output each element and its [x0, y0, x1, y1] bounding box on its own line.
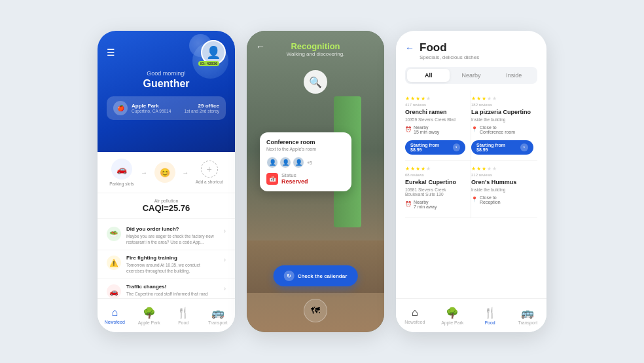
clock-icon-2: ⏰ [405, 201, 412, 207]
price-btn-0[interactable]: Starting from $8.99 › [405, 140, 465, 155]
nav-transport-label-food: Transport [518, 320, 537, 325]
reviews-0: 417 reviews [405, 103, 465, 107]
emoji-shortcut[interactable]: 😊 [154, 162, 175, 183]
nav-food-icon-food: 🍴 [484, 307, 497, 319]
calendar-icon: 📅 [266, 173, 278, 185]
star: ★ [471, 96, 476, 102]
menu-icon[interactable]: ☰ [107, 47, 115, 58]
ar-header: ← Recognition Walking and discovering. [247, 31, 384, 64]
pin-icon-1: 📍 [471, 126, 478, 132]
restaurant-card-1[interactable]: ★ ★ ★ ★ ★ 182 reviews La pizzeria Cupert… [471, 90, 537, 161]
room-status: 📅 Status Reserved [266, 172, 345, 185]
restaurant-addr-2: 10981 Stevens CreekBoulevard Suite 130 [405, 187, 465, 197]
screen-recognition: ← Recognition Walking and discovering. 🔍… [247, 31, 384, 332]
tab-nearby[interactable]: Nearby [450, 69, 492, 82]
office-number: 29 office [185, 103, 219, 109]
reviews-3: 212 reviews [471, 173, 533, 177]
feed-arrow-1: › [224, 256, 226, 263]
stars-2: ★ ★ ★ ★ ★ [405, 166, 465, 172]
nav-newsfeed-label-food: Newsfeed [404, 320, 425, 324]
nav-food-apple-park[interactable]: 🌳 Apple Park [434, 307, 472, 325]
user-name: Guenther [107, 78, 226, 90]
nav-newsfeed[interactable]: ⌂ Newsfeed [98, 307, 132, 324]
location-address: Cupertino, CA 95014 [132, 109, 181, 113]
feed-item-lunch[interactable]: 🥗 Did you order lunch? Maybe you are eag… [98, 221, 235, 250]
avatar-2: 👤 [279, 157, 291, 168]
star: ★ [476, 166, 481, 172]
ar-title: Recognition [256, 41, 375, 51]
back-button[interactable]: ← [256, 41, 265, 52]
meta-text-3: Close toReception [480, 195, 501, 204]
reviews-2: 68 reviews [405, 173, 465, 177]
ar-subtitle: Walking and discovering. [256, 51, 375, 57]
search-button[interactable]: 🔍 [304, 70, 327, 94]
add-shortcut[interactable]: + Add a shortcut [196, 161, 223, 184]
nav-transport-label: Transport [208, 320, 228, 325]
star: ★ [482, 166, 486, 172]
nav-food-transport[interactable]: 🚌 Transport [509, 307, 547, 325]
restaurant-card-3[interactable]: ★ ★ ★ ★ ★ 212 reviews Oren's Hummus Insi… [471, 161, 537, 218]
check-calendar-label: Check the callendar [298, 273, 348, 279]
restaurant-grid: ★ ★ ★ ★ ★ 417 reviews Orenchi ramen 1035… [396, 90, 546, 218]
stars-3: ★ ★ ★ ★ ★ [471, 166, 533, 172]
price-arrow-0: › [453, 143, 460, 151]
status-value: Reserved [281, 178, 308, 185]
nav-newsfeed-icon-food: ⌂ [412, 307, 418, 318]
nav-food-label: Food [178, 320, 188, 325]
avatar-area[interactable]: 👤 ID: 42936 [201, 40, 226, 65]
star: ★ [410, 96, 415, 102]
screen-newsfeed: ☰ 👤 ID: 42936 Good morning! Guenther 🍎 A… [98, 31, 235, 332]
location-card[interactable]: 🍎 Apple Park Cupertino, CA 95014 29 offi… [107, 96, 226, 120]
feed-title-2: Traffic changes! [126, 284, 219, 290]
nav-apple-park[interactable]: 🌳 Apple Park [132, 307, 167, 325]
star: ★ [421, 166, 425, 172]
map-icon: 🗺 [311, 305, 320, 316]
parking-shortcut[interactable]: 🚗 Parking slots [109, 159, 134, 186]
location-name: Apple Park [132, 103, 181, 109]
nav-transport[interactable]: 🚌 Transport [201, 307, 236, 325]
meta-text-2: Nearby7 min away [414, 200, 437, 209]
nav-transport-icon-food: 🚌 [521, 307, 534, 319]
price-btn-1[interactable]: Starting from $8.99 › [471, 140, 533, 155]
back-button-food[interactable]: ← [405, 43, 414, 53]
restaurant-card-2[interactable]: ★ ★ ★ ★ ★ 68 reviews Eureka! Cupertino 1… [405, 161, 471, 218]
nav-food-food[interactable]: 🍴 Food [471, 307, 509, 325]
screen-food: ← Food Specials, delicious dishes All Ne… [396, 31, 546, 332]
bottom-navigation: ⌂ Newsfeed 🌳 Apple Park 🍴 Food 🚌 Transpo… [98, 298, 235, 332]
clock-icon-0: ⏰ [405, 126, 412, 132]
add-shortcut-button[interactable]: + [201, 161, 218, 178]
nav-food[interactable]: 🍴 Food [166, 307, 201, 325]
food-subtitle: Specials, delicious dishes [420, 54, 537, 60]
restaurant-meta-1: 📍 Close toConference room [471, 125, 533, 134]
shortcut-arrow-2: → [182, 169, 188, 176]
star: ★ [416, 166, 420, 172]
add-shortcut-label: Add a shortcut [196, 180, 223, 184]
nav-apple-park-label: Apple Park [138, 320, 160, 325]
air-value: CAQI=25.76 [107, 203, 226, 213]
check-calendar-button[interactable]: ↻ Check the callendar [274, 265, 358, 286]
star: ★ [476, 96, 481, 102]
feed-title-1: Fire fighting training [126, 255, 219, 261]
stars-0: ★ ★ ★ ★ ★ [405, 96, 465, 102]
restaurant-meta-0: ⏰ Nearby15 min away [405, 125, 465, 134]
shortcuts-row: 🚗 Parking slots → 😊 → + Add a shortcut [98, 152, 235, 193]
conference-room-card[interactable]: Conference room Next to the Apple's room… [260, 132, 351, 191]
food-header: ← Food Specials, delicious dishes [396, 31, 546, 67]
nav-food-newsfeed[interactable]: ⌂ Newsfeed [396, 307, 434, 324]
star: ★ [471, 166, 476, 172]
star: ★ [426, 96, 431, 102]
conference-avatars: 👤 👤 👤 +5 [266, 157, 345, 168]
tab-all[interactable]: All [407, 69, 450, 82]
nav-apple-park-icon: 🌳 [143, 307, 156, 319]
status-label: Status [281, 172, 308, 178]
map-button[interactable]: 🗺 [304, 299, 327, 322]
nav-transport-icon: 🚌 [211, 307, 224, 319]
feed-item-fire[interactable]: ⚠️ Fire fighting training Tomorrow aroun… [98, 250, 235, 279]
star: ★ [405, 166, 410, 172]
avatar-count: +5 [307, 161, 312, 165]
restaurant-card-0[interactable]: ★ ★ ★ ★ ★ 417 reviews Orenchi ramen 1035… [405, 90, 471, 161]
price-label-0: Starting from $8.99 [410, 143, 450, 152]
tab-inside[interactable]: Inside [493, 69, 535, 82]
user-id-badge: ID: 42936 [198, 61, 219, 66]
star: ★ [487, 96, 492, 102]
